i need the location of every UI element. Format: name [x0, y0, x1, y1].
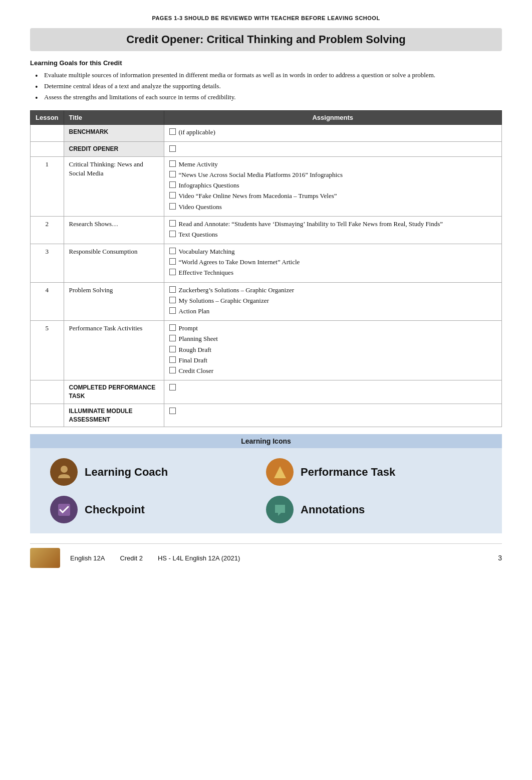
lesson-title: Problem Solving — [64, 282, 164, 321]
checkbox[interactable] — [169, 335, 176, 341]
checkbox[interactable] — [169, 160, 176, 167]
col-header-title: Title — [64, 110, 164, 124]
performance-task-icon — [266, 458, 294, 486]
table-row: 5 Performance Task Activities Prompt Pla… — [31, 321, 502, 380]
checkbox[interactable] — [169, 145, 176, 152]
table-row: 4 Problem Solving Zuckerberg’s Solutions… — [31, 282, 502, 321]
goal-item: Assess the strengths and limitations of … — [35, 93, 502, 102]
performance-task-item: Performance Task — [266, 458, 482, 486]
goal-item: Evaluate multiple sources of information… — [35, 71, 502, 80]
learning-goals-title: Learning Goals for this Credit — [30, 59, 502, 67]
lesson-number: 1 — [31, 156, 64, 216]
lesson-assignments: Read and Annotate: “Students have ‘Disma… — [164, 216, 501, 244]
footer-course: HS - L4L English 12A (2021) — [158, 554, 240, 562]
col-header-assignments: Assignments — [164, 110, 501, 124]
performance-task-label: Performance Task — [301, 466, 395, 479]
benchmark-title: BENCHMARK — [64, 124, 164, 141]
learning-coach-icon — [50, 458, 78, 486]
checkbox[interactable] — [169, 203, 176, 210]
table-row: 2 Research Shows… Read and Annotate: “St… — [31, 216, 502, 244]
annotations-icon — [266, 496, 294, 523]
checkbox[interactable] — [169, 248, 176, 254]
lesson-table: Lesson Title Assignments BENCHMARK (if a… — [30, 110, 502, 428]
lesson-assignments: Meme Activity “News Use Across Social Me… — [164, 156, 501, 216]
completed-perf-checkbox — [164, 380, 501, 404]
credit-opener-assignments — [164, 141, 501, 156]
checkbox[interactable] — [169, 384, 176, 391]
learning-icons-section: Learning Icons Learning Coach Performanc… — [30, 434, 502, 533]
lesson-assignments: Prompt Planning Sheet Rough Draft Final … — [164, 321, 501, 380]
table-row: 3 Responsible Consumption Vocabulary Mat… — [31, 244, 502, 283]
checkbox[interactable] — [169, 307, 176, 314]
credit-opener-title: CREDIT OPENER — [64, 141, 164, 156]
col-header-lesson: Lesson — [31, 110, 64, 124]
page-title: Credit Opener: Critical Thinking and Pro… — [40, 33, 492, 46]
table-row: COMPLETED PERFORMANCE TASK — [31, 380, 502, 404]
learning-coach-label: Learning Coach — [85, 466, 168, 479]
illuminate-title: ILLUMINATE MODULE ASSESSMENT — [64, 404, 164, 427]
learning-icons-header: Learning Icons — [30, 434, 502, 448]
table-row: ILLUMINATE MODULE ASSESSMENT — [31, 404, 502, 427]
main-title-box: Credit Opener: Critical Thinking and Pro… — [30, 28, 502, 51]
lesson-number: 3 — [31, 244, 64, 283]
goal-item: Determine central ideas of a text and an… — [35, 82, 502, 91]
footer-bar: English 12A Credit 2 HS - L4L English 12… — [30, 543, 502, 572]
lesson-title: Research Shows… — [64, 216, 164, 244]
learning-coach-item: Learning Coach — [50, 458, 266, 486]
svg-marker-1 — [274, 466, 286, 478]
checkbox[interactable] — [169, 408, 176, 414]
checkbox[interactable] — [169, 231, 176, 237]
checkbox[interactable] — [169, 356, 176, 363]
table-row: BENCHMARK (if applicable) — [31, 124, 502, 141]
lesson-title: Performance Task Activities — [64, 321, 164, 380]
table-row: CREDIT OPENER — [31, 141, 502, 156]
checkpoint-icon — [50, 496, 78, 523]
table-row: 1 Critical Thinking: News and Social Med… — [31, 156, 502, 216]
completed-perf-title: COMPLETED PERFORMANCE TASK — [64, 380, 164, 404]
footer-page: 3 — [498, 554, 502, 562]
checkbox[interactable] — [169, 324, 176, 331]
lesson-number: 5 — [31, 321, 64, 380]
checkbox[interactable] — [169, 171, 176, 177]
checkbox[interactable] — [169, 269, 176, 275]
lesson-title: Responsible Consumption — [64, 244, 164, 283]
checkbox[interactable] — [169, 297, 176, 303]
footer-credit: Credit 2 — [120, 554, 143, 562]
lesson-assignments: Zuckerberg’s Solutions – Graphic Organiz… — [164, 282, 501, 321]
checkbox[interactable] — [169, 258, 176, 265]
footer-items: English 12A Credit 2 HS - L4L English 12… — [70, 554, 488, 562]
svg-point-0 — [61, 466, 68, 473]
benchmark-assignments: (if applicable) — [164, 124, 501, 141]
icons-grid: Learning Coach Performance Task Checkpoi… — [30, 448, 502, 533]
checkbox[interactable] — [169, 220, 176, 227]
checkpoint-item: Checkpoint — [50, 496, 266, 523]
goals-list: Evaluate multiple sources of information… — [30, 71, 502, 102]
checkbox[interactable] — [169, 128, 176, 135]
checkbox[interactable] — [169, 367, 176, 373]
footer-logo — [30, 548, 60, 568]
annotations-item: Annotations — [266, 496, 482, 523]
annotations-label: Annotations — [301, 503, 365, 516]
illuminate-checkbox — [164, 404, 501, 427]
checkbox[interactable] — [169, 192, 176, 199]
lesson-number: 4 — [31, 282, 64, 321]
top-notice: PAGES 1-3 SHOULD BE REVIEWED WITH TEACHE… — [30, 15, 502, 21]
checkbox[interactable] — [169, 181, 176, 188]
checkpoint-label: Checkpoint — [85, 503, 145, 516]
footer-subject: English 12A — [70, 554, 105, 562]
checkbox[interactable] — [169, 286, 176, 293]
lesson-title: Critical Thinking: News and Social Media — [64, 156, 164, 216]
lesson-number: 2 — [31, 216, 64, 244]
checkbox[interactable] — [169, 346, 176, 352]
lesson-assignments: Vocabulary Matching “World Agrees to Tak… — [164, 244, 501, 283]
